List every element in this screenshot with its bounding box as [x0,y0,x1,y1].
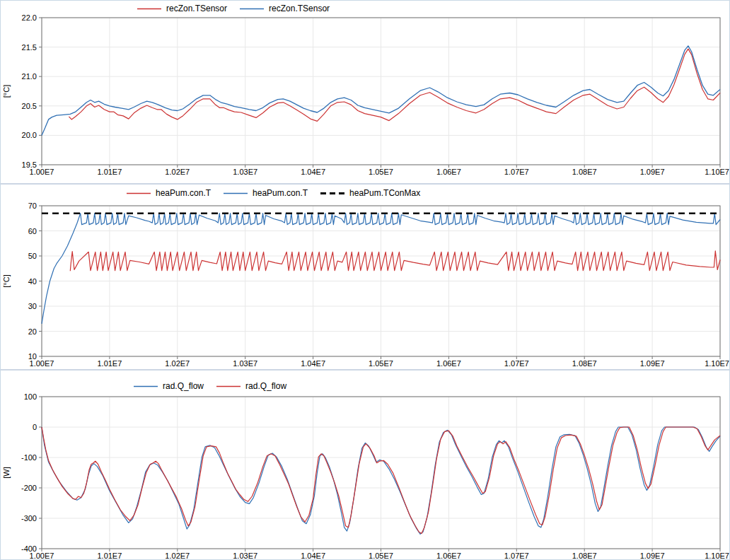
y-tick-label: 21.5 [22,43,37,52]
legend-line-sample-icon [320,190,344,197]
x-tick-label: 1.09E7 [640,359,665,368]
x-tick-label: 1.07E7 [504,168,529,176]
x-tick-label: 1.10E7 [705,552,729,560]
x-tick-label: 1.10E7 [705,359,729,368]
x-tick-label: 1.05E7 [369,168,393,176]
legend-label: heaPum.con.T [253,188,308,198]
x-tick-label: 1.06E7 [436,359,461,368]
x-tick-label: 1.07E7 [504,359,529,368]
legend-entry[interactable]: rad.Q_flow [134,381,204,391]
plot-panel-reczon-tsensor: recZon.TSensorrecZon.TSensor 1.00E71.01E… [1,1,730,183]
x-tick-label: 1.04E7 [301,168,325,176]
y-axis-unit-label: [°C] [2,85,11,98]
y-tick-label: 70 [28,202,37,210]
plot-panel-heapum-con-t: heaPum.con.TheaPum.con.TheaPum.TConMax 1… [1,183,730,369]
y-tick-label: 10 [28,352,37,361]
panel-separator [1,369,730,371]
y-tick-label: 20 [28,327,37,336]
y-tick-label: -100 [21,453,37,462]
legend-line-sample-icon [134,383,158,390]
legend-line-sample-icon [240,6,264,12]
legend-entry[interactable]: heaPum.TConMax [320,188,420,198]
x-tick-label: 1.10E7 [705,168,729,176]
legend-line-sample-icon [224,190,248,197]
legend-entry[interactable]: heaPum.con.T [127,188,211,198]
legend-label: rad.Q_flow [245,381,286,391]
plot-canvas-3: 1.00E71.01E71.02E71.03E71.04E71.05E71.06… [1,369,730,560]
y-axis-unit-label: [W] [2,467,11,479]
x-tick-label: 1.05E7 [369,552,393,560]
plot-canvas-1: 1.00E71.01E71.02E71.03E71.04E71.05E71.06… [1,1,730,183]
x-tick-label: 1.03E7 [233,359,257,368]
legend-panel-2: heaPum.con.TheaPum.con.TheaPum.TConMax [127,187,420,199]
legend-label: recZon.TSensor [269,4,330,13]
y-tick-label: 40 [28,277,37,286]
x-tick-label: 1.07E7 [504,552,529,560]
y-tick-label: -300 [21,514,37,523]
x-tick-label: 1.08E7 [572,552,597,560]
x-tick-label: 1.02E7 [165,168,190,176]
x-tick-label: 1.01E7 [97,168,122,176]
legend-label: heaPum.con.T [156,188,211,198]
y-tick-label: 50 [28,252,37,260]
legend-line-sample-icon [216,383,241,390]
x-tick-label: 1.04E7 [301,552,325,560]
x-tick-label: 1.08E7 [572,359,597,368]
plot-panel-rad-qflow: rad.Q_flowrad.Q_flow 1.00E71.01E71.02E71… [1,369,730,560]
y-tick-label: 20.5 [22,102,37,110]
legend-label: heaPum.TConMax [349,188,420,198]
legend-label: rad.Q_flow [163,381,204,391]
y-tick-label: 20.0 [22,131,37,139]
legend-line-sample-icon [127,190,151,197]
y-tick-label: -200 [21,484,37,492]
y-tick-label: 21.0 [22,72,37,81]
legend-entry[interactable]: recZon.TSensor [137,4,227,13]
x-tick-label: 1.02E7 [165,359,190,368]
x-tick-label: 1.03E7 [233,552,257,560]
y-tick-label: -400 [21,544,37,553]
x-tick-label: 1.03E7 [233,168,257,176]
plot-window: recZon.TSensorrecZon.TSensor 1.00E71.01E… [0,0,730,560]
series-line-heapum-con-t [70,251,720,271]
y-tick-label: 0 [33,423,37,431]
legend-label: recZon.TSensor [166,4,227,13]
plot-canvas-2: 1.00E71.01E71.02E71.03E71.04E71.05E71.06… [1,183,730,369]
x-tick-label: 1.06E7 [436,168,461,176]
legend-entry[interactable]: recZon.TSensor [240,4,330,13]
x-tick-label: 1.09E7 [640,552,665,560]
x-tick-label: 1.09E7 [640,168,665,176]
x-tick-label: 1.04E7 [301,359,325,368]
x-tick-label: 1.01E7 [97,552,122,560]
y-tick-label: 60 [28,227,37,235]
x-tick-label: 1.02E7 [165,552,190,560]
legend-panel-3: rad.Q_flowrad.Q_flow [134,380,286,392]
legend-entry[interactable]: heaPum.con.T [224,188,308,198]
legend-line-sample-icon [137,6,161,12]
y-tick-label: 30 [28,302,37,310]
y-tick-label: 100 [24,392,37,401]
legend-panel-1: recZon.TSensorrecZon.TSensor [137,3,330,14]
x-tick-label: 1.05E7 [369,359,393,368]
x-tick-label: 1.08E7 [572,168,597,176]
legend-entry[interactable]: rad.Q_flow [216,381,286,391]
x-tick-label: 1.01E7 [97,359,122,368]
panel-separator [1,183,730,185]
y-tick-label: 19.5 [22,161,37,169]
y-tick-label: 22.0 [22,13,37,22]
y-axis-unit-label: [°C] [2,274,11,287]
x-tick-label: 1.06E7 [436,552,461,560]
